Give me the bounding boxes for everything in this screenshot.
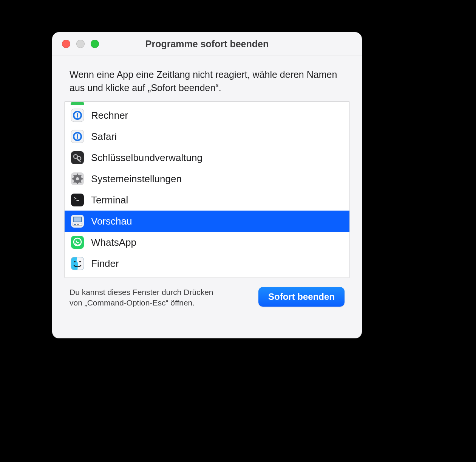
svg-rect-24 xyxy=(74,217,81,222)
app-label: Vorschau xyxy=(91,215,132,227)
svg-rect-26 xyxy=(74,224,76,225)
zoom-window-button[interactable] xyxy=(91,40,99,48)
app-row-finder[interactable]: Finder xyxy=(65,253,349,274)
preview-icon xyxy=(71,214,84,228)
app-label: Safari xyxy=(91,131,117,143)
app-row-whatsapp[interactable]: WhatsApp xyxy=(65,232,349,253)
partial-row-above xyxy=(71,102,84,105)
app-row-settings[interactable]: Systemeinstellungen xyxy=(65,168,349,189)
svg-text:>_: >_ xyxy=(74,196,79,201)
app-label: Terminal xyxy=(91,194,128,206)
window-controls xyxy=(52,40,99,48)
terminal-icon: >_ xyxy=(71,193,84,207)
app-row-keychain[interactable]: Schlüsselbundverwaltung xyxy=(65,147,349,168)
keychain-icon xyxy=(71,151,84,164)
settings-icon xyxy=(71,172,84,186)
svg-line-16 xyxy=(74,175,75,176)
app-row-vorschau[interactable]: Vorschau xyxy=(65,211,349,232)
instruction-text: Wenn eine App eine Zeitlang nicht reagie… xyxy=(70,68,345,95)
app-row-terminal[interactable]: >_ Terminal xyxy=(65,189,349,211)
onepassword-icon xyxy=(71,130,84,143)
svg-point-32 xyxy=(74,261,76,262)
finder-icon xyxy=(71,257,84,270)
svg-rect-27 xyxy=(77,224,79,225)
app-label: WhatsApp xyxy=(91,237,136,248)
close-window-button[interactable] xyxy=(62,40,70,48)
svg-line-18 xyxy=(80,175,81,176)
svg-line-19 xyxy=(74,181,75,183)
app-row-safari[interactable]: Safari xyxy=(65,126,349,147)
onepassword-icon xyxy=(71,109,84,122)
app-label: Schlüsselbundverwaltung xyxy=(91,152,202,164)
force-quit-window: Programme sofort beenden Wenn eine App e… xyxy=(52,32,362,338)
svg-rect-2 xyxy=(77,113,78,118)
app-label: Finder xyxy=(91,258,119,270)
svg-point-33 xyxy=(79,261,81,262)
titlebar: Programme sofort beenden xyxy=(52,32,362,56)
svg-line-17 xyxy=(80,181,81,183)
shortcut-hint: Du kannst dieses Fenster durch Drücken v… xyxy=(70,287,228,309)
svg-rect-5 xyxy=(77,134,78,139)
svg-point-11 xyxy=(76,177,79,180)
app-row-rechner[interactable]: Rechner xyxy=(65,105,349,126)
app-label: Systemeinstellungen xyxy=(91,173,182,185)
whatsapp-icon xyxy=(71,236,84,249)
force-quit-button[interactable]: Sofort beenden xyxy=(258,287,345,307)
minimize-window-button[interactable] xyxy=(76,40,85,48)
app-label: Rechner xyxy=(91,110,128,121)
app-list[interactable]: Rechner Safari Schlüsselbundverwaltung S… xyxy=(64,101,350,278)
